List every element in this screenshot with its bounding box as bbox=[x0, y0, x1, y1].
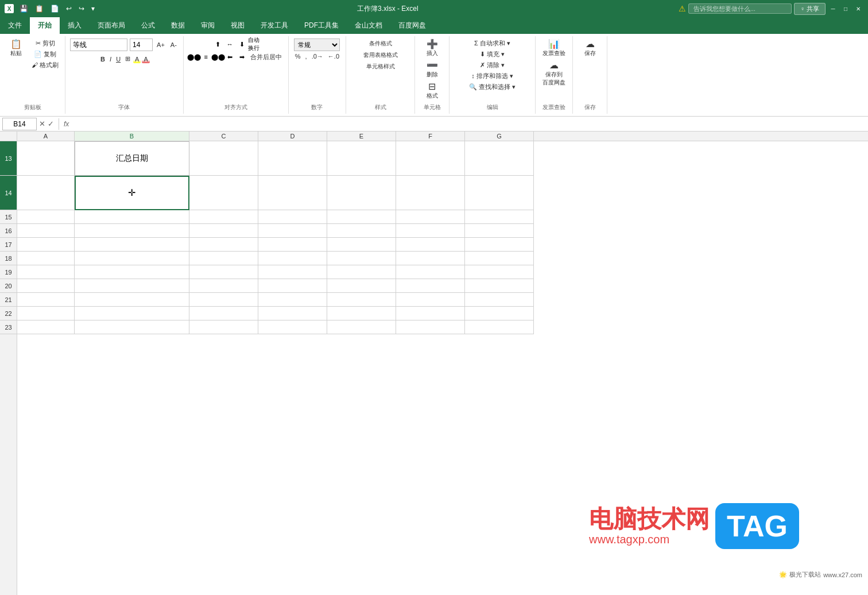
cell-e16[interactable] bbox=[327, 224, 396, 238]
cell-e18[interactable] bbox=[327, 252, 396, 265]
tab-wps[interactable]: 金山文档 bbox=[347, 17, 390, 34]
col-header-a[interactable]: A bbox=[17, 132, 75, 141]
cell-b23[interactable] bbox=[75, 320, 189, 334]
align-center-btn[interactable]: ≡ bbox=[200, 51, 212, 63]
row-num-19[interactable]: 19 bbox=[0, 265, 17, 279]
more-quick-btn[interactable]: ▾ bbox=[89, 3, 97, 14]
cell-g19[interactable] bbox=[465, 265, 534, 279]
number-format-select[interactable]: 常规 数字 货币 bbox=[294, 38, 340, 51]
cell-c22[interactable] bbox=[189, 307, 258, 320]
row-num-23[interactable]: 23 bbox=[0, 320, 17, 334]
row-num-18[interactable]: 18 bbox=[0, 252, 17, 265]
share-button[interactable]: ♀ 共享 bbox=[794, 3, 826, 15]
cell-a14[interactable] bbox=[17, 176, 75, 210]
cell-g22[interactable] bbox=[465, 307, 534, 320]
cell-c23[interactable] bbox=[189, 320, 258, 334]
cell-a15[interactable] bbox=[17, 210, 75, 224]
cell-b20[interactable] bbox=[75, 279, 189, 293]
cell-f23[interactable] bbox=[396, 320, 465, 334]
cell-d16[interactable] bbox=[258, 224, 327, 238]
insert-btn[interactable]: ➕插入 bbox=[424, 38, 441, 59]
cell-g18[interactable] bbox=[465, 252, 534, 265]
cell-f21[interactable] bbox=[396, 293, 465, 307]
cell-a13[interactable] bbox=[17, 141, 75, 176]
percent-btn[interactable]: % bbox=[293, 52, 303, 60]
row-num-16[interactable]: 16 bbox=[0, 224, 17, 238]
table-format-btn[interactable]: 套用表格格式 bbox=[361, 50, 400, 60]
cell-b16[interactable] bbox=[75, 224, 189, 238]
cell-b13[interactable]: 汇总日期 bbox=[75, 141, 189, 176]
cell-b14[interactable]: ✛ bbox=[75, 176, 189, 210]
cell-e22[interactable] bbox=[327, 307, 396, 320]
cell-d14[interactable] bbox=[258, 176, 327, 210]
cell-d17[interactable] bbox=[258, 238, 327, 252]
bold-btn[interactable]: B bbox=[99, 55, 107, 63]
cell-f17[interactable] bbox=[396, 238, 465, 252]
col-header-c[interactable]: C bbox=[189, 132, 258, 141]
decrease-decimal-btn[interactable]: ←.0 bbox=[326, 52, 341, 60]
cell-c16[interactable] bbox=[189, 224, 258, 238]
align-left-btn[interactable]: ⬤⬤ bbox=[188, 51, 200, 63]
tab-review[interactable]: 审阅 bbox=[193, 17, 223, 34]
undo-quick-btn[interactable]: ↩ bbox=[64, 3, 74, 14]
row-num-15[interactable]: 15 bbox=[0, 210, 17, 224]
cell-e23[interactable] bbox=[327, 320, 396, 334]
increase-indent-btn[interactable]: ➡ bbox=[237, 51, 248, 63]
comma-btn[interactable]: , bbox=[304, 52, 309, 60]
cell-b18[interactable] bbox=[75, 252, 189, 265]
cell-d22[interactable] bbox=[258, 307, 327, 320]
align-middle-btn[interactable]: ↔ bbox=[224, 38, 235, 50]
cell-d23[interactable] bbox=[258, 320, 327, 334]
maximize-button[interactable]: □ bbox=[840, 3, 851, 14]
close-button[interactable]: ✕ bbox=[853, 3, 863, 14]
cell-a23[interactable] bbox=[17, 320, 75, 334]
cell-f19[interactable] bbox=[396, 265, 465, 279]
tab-view[interactable]: 视图 bbox=[223, 17, 253, 34]
tab-developer[interactable]: 开发工具 bbox=[253, 17, 296, 34]
cell-e21[interactable] bbox=[327, 293, 396, 307]
cell-a21[interactable] bbox=[17, 293, 75, 307]
cell-c13[interactable] bbox=[189, 141, 258, 176]
cell-f13[interactable] bbox=[396, 141, 465, 176]
cell-c19[interactable] bbox=[189, 265, 258, 279]
fill-color-btn[interactable]: A bbox=[133, 55, 141, 63]
conditional-format-btn[interactable]: 条件格式 bbox=[367, 38, 394, 49]
save-quick-btn[interactable]: 💾 bbox=[17, 3, 30, 14]
cell-g14[interactable] bbox=[465, 176, 534, 210]
align-top-btn[interactable]: ⬆ bbox=[212, 38, 223, 50]
cell-d15[interactable] bbox=[258, 210, 327, 224]
invoice-verify-btn[interactable]: 📊发票查验 bbox=[540, 38, 568, 59]
cell-g15[interactable] bbox=[465, 210, 534, 224]
cell-a22[interactable] bbox=[17, 307, 75, 320]
cell-a19[interactable] bbox=[17, 265, 75, 279]
cell-g20[interactable] bbox=[465, 279, 534, 293]
paste-btn[interactable]: 📋 粘贴 bbox=[5, 38, 28, 59]
search-box[interactable] bbox=[688, 3, 792, 14]
cell-c15[interactable] bbox=[189, 210, 258, 224]
cell-b22[interactable] bbox=[75, 307, 189, 320]
cell-b15[interactable] bbox=[75, 210, 189, 224]
cell-a17[interactable] bbox=[17, 238, 75, 252]
cell-c21[interactable] bbox=[189, 293, 258, 307]
cell-e20[interactable] bbox=[327, 279, 396, 293]
row-num-14[interactable]: 14 bbox=[0, 176, 17, 210]
cancel-formula-btn[interactable]: ✕ bbox=[39, 119, 45, 128]
new-quick-btn[interactable]: 📄 bbox=[48, 3, 61, 14]
cell-c14[interactable] bbox=[189, 176, 258, 210]
cell-a16[interactable] bbox=[17, 224, 75, 238]
tab-insert[interactable]: 插入 bbox=[60, 17, 90, 34]
cell-g17[interactable] bbox=[465, 238, 534, 252]
tab-formulas[interactable]: 公式 bbox=[133, 17, 163, 34]
col-header-b[interactable]: B bbox=[75, 132, 189, 141]
confirm-formula-btn[interactable]: ✓ bbox=[48, 119, 54, 128]
copy-btn[interactable]: 📄 复制 bbox=[30, 49, 60, 59]
cell-e17[interactable] bbox=[327, 238, 396, 252]
cell-g16[interactable] bbox=[465, 224, 534, 238]
cell-d18[interactable] bbox=[258, 252, 327, 265]
cell-d13[interactable] bbox=[258, 141, 327, 176]
cell-d19[interactable] bbox=[258, 265, 327, 279]
cell-e15[interactable] bbox=[327, 210, 396, 224]
cell-c20[interactable] bbox=[189, 279, 258, 293]
fill-btn[interactable]: ⬇ 填充 ▾ bbox=[478, 49, 506, 59]
cell-b17[interactable] bbox=[75, 238, 189, 252]
